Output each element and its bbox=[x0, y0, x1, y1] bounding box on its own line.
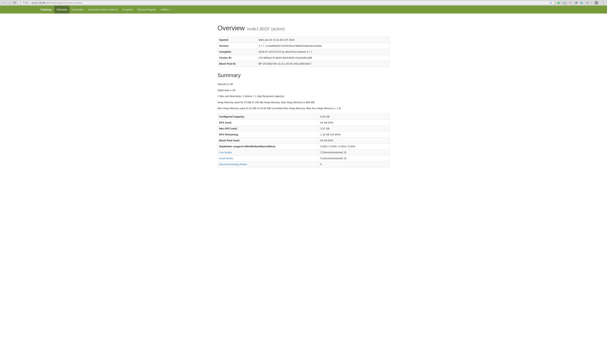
summary-line: Security is off. bbox=[218, 82, 389, 86]
nav-buttons: ← → ⟳ bbox=[1, 1, 16, 5]
summary-line: Heap Memory used 93.79 MB of 148 MB Heap… bbox=[218, 101, 389, 104]
page-title: Overview 'node1:8020' (active) bbox=[218, 24, 389, 34]
nav-utilities-label: Utilities bbox=[160, 8, 169, 11]
row-label: DFS Used: bbox=[218, 119, 319, 126]
url-host: 10.211.55.59 bbox=[31, 1, 45, 4]
row-value: 5.04 GB bbox=[319, 114, 389, 119]
nav-startup-progress[interactable]: Startup Progress bbox=[135, 6, 158, 13]
row-label: Block Pool Used: bbox=[218, 137, 319, 143]
row-value: Wed Jun 03 15:13:46 CST 2020 bbox=[257, 37, 389, 43]
row-value: 64 KB (0%) bbox=[319, 119, 389, 126]
chevron-down-icon: ▼ bbox=[170, 9, 171, 11]
row-value: 2 (Decommissioned: 0) bbox=[319, 149, 389, 155]
row-label: DataNodes usages% (Min/Median/Max/stdDev… bbox=[218, 143, 319, 149]
address-bar[interactable]: ⓘ 不安全 10.211.55.59:50070/dfshealth.html#… bbox=[18, 1, 554, 5]
row-value: 2.7.7, rc1aad84bd27cd79c3d1a7dd58202a8c3… bbox=[257, 43, 389, 49]
table-row: Started: Wed Jun 03 15:13:46 CST 2020 bbox=[218, 37, 389, 43]
summary-line: Non Heap Memory used 41.02 MB of 42.06 M… bbox=[218, 107, 389, 110]
security-status: 不安全 bbox=[23, 1, 30, 4]
overview-table: Started: Wed Jun 03 15:13:46 CST 2020 Ve… bbox=[218, 37, 389, 67]
profile-avatar[interactable] bbox=[594, 1, 598, 5]
summary-heading: Summary bbox=[218, 72, 389, 80]
table-row: Dead Nodes 0 (Decommissioned: 0) bbox=[218, 155, 389, 161]
extension-icon-5[interactable]: ◆ bbox=[580, 1, 583, 4]
extension-icon-6[interactable]: 🐘 bbox=[586, 1, 589, 4]
table-row: Decommissioning Nodes 0 bbox=[218, 161, 389, 167]
summary-line: Safemode is off. bbox=[218, 89, 389, 92]
navbar-brand[interactable]: Hadoop bbox=[40, 6, 54, 13]
table-row: DataNodes usages% (Min/Median/Max/stdDev… bbox=[218, 143, 389, 149]
chrome-menu-icon[interactable]: ⋮ bbox=[601, 1, 605, 4]
url-text: 10.211.55.59:50070/dfshealth.html#tab-ov… bbox=[31, 1, 548, 4]
row-value: CID-966a417b-6820-4b59-8033-242a3c661a88 bbox=[257, 55, 389, 61]
table-row: Non DFS Used: 3.57 GB bbox=[218, 126, 389, 131]
overview-subtitle: 'node1:8020' (active) bbox=[246, 26, 285, 31]
row-label: DFS Remaining: bbox=[218, 131, 319, 137]
table-row: Block Pool Used: 64 KB (0%) bbox=[218, 137, 389, 143]
row-label: Dead Nodes bbox=[218, 155, 319, 161]
nav-snapshot[interactable]: Snapshot bbox=[120, 6, 135, 13]
reload-button[interactable]: ⟳ bbox=[13, 1, 16, 5]
row-value: 64 KB (0%) bbox=[319, 137, 389, 143]
table-row: Configured Capacity: 5.04 GB bbox=[218, 114, 389, 119]
row-value: 1.18 GB (23.44%) bbox=[319, 131, 389, 137]
nav-datanodes[interactable]: Datanodes bbox=[69, 6, 86, 13]
forward-button[interactable]: → bbox=[8, 1, 11, 4]
table-row: Block Pool ID: BP-1873352700-10.211.55.5… bbox=[218, 61, 389, 67]
bookmark-star-icon[interactable]: ★ bbox=[549, 1, 553, 4]
table-row: Version: 2.7.7, rc1aad84bd27cd79c3d1a7dd… bbox=[218, 43, 389, 49]
summary-line: 1 files and directories, 0 blocks = 1 to… bbox=[218, 95, 389, 98]
row-value: BP-1873352700-10.211.55.59-1591159019617 bbox=[257, 61, 389, 67]
summary-table: Configured Capacity: 5.04 GB DFS Used: 6… bbox=[218, 114, 389, 167]
row-label: Block Pool ID: bbox=[218, 61, 257, 67]
row-label: Live Nodes bbox=[218, 149, 319, 155]
table-row: Cluster ID: CID-966a417b-6820-4b59-8033-… bbox=[218, 55, 389, 61]
nav-utilities[interactable]: Utilities ▼ bbox=[158, 6, 173, 13]
row-label: Started: bbox=[218, 37, 257, 43]
extension-icon-2[interactable]: 📇 bbox=[563, 1, 566, 4]
overview-heading: Overview bbox=[218, 24, 245, 32]
extension-icon-4[interactable]: ◔ bbox=[574, 1, 578, 4]
extension-icon-3[interactable]: ⬡ bbox=[568, 1, 572, 4]
browser-toolbar: ← → ⟳ ⓘ 不安全 10.211.55.59:50070/dfshealth… bbox=[0, 0, 607, 6]
extension-icon-1[interactable]: ◉ bbox=[557, 1, 560, 4]
back-button[interactable]: ← bbox=[2, 1, 5, 4]
row-label: Version: bbox=[218, 43, 257, 49]
row-value: 2018-07-18T22:47Z by stevel from branch-… bbox=[257, 49, 389, 55]
dead-nodes-link[interactable]: Dead Nodes bbox=[219, 157, 233, 160]
row-label: Non DFS Used: bbox=[218, 126, 319, 131]
url-path: :50070/dfshealth.html#tab-overview bbox=[45, 1, 82, 4]
row-label: Decommissioning Nodes bbox=[218, 161, 319, 167]
row-value: 0 bbox=[319, 161, 389, 167]
row-label: Compiled: bbox=[218, 49, 257, 55]
row-label: Configured Capacity: bbox=[218, 114, 319, 119]
row-value: 0 (Decommissioned: 0) bbox=[319, 155, 389, 161]
main-navbar: Hadoop Overview Datanodes Datanode Volum… bbox=[0, 6, 607, 13]
row-value: 3.57 GB bbox=[319, 126, 389, 131]
row-value: 0.00% / 0.00% / 0.00% / 0.00% bbox=[319, 143, 389, 149]
table-row: Compiled: 2018-07-18T22:47Z by stevel fr… bbox=[218, 49, 389, 55]
table-row: Live Nodes 2 (Decommissioned: 0) bbox=[218, 149, 389, 155]
row-label: Cluster ID: bbox=[218, 55, 257, 61]
site-info-icon[interactable]: ⓘ bbox=[19, 1, 22, 4]
table-row: DFS Used: 64 KB (0%) bbox=[218, 119, 389, 126]
extension-icons: ◉ 📇 ⬡ ◔ ◆ 🐘 ⋮ bbox=[556, 1, 606, 5]
nav-datanode-volume-failures[interactable]: Datanode Volume Failures bbox=[86, 6, 120, 13]
decommissioning-nodes-link[interactable]: Decommissioning Nodes bbox=[219, 163, 247, 166]
live-nodes-link[interactable]: Live Nodes bbox=[219, 151, 232, 154]
page-content: Overview 'node1:8020' (active) Started: … bbox=[218, 13, 389, 178]
nav-overview[interactable]: Overview bbox=[54, 6, 69, 13]
table-row: DFS Remaining: 1.18 GB (23.44%) bbox=[218, 131, 389, 137]
extension-divider bbox=[592, 1, 592, 4]
